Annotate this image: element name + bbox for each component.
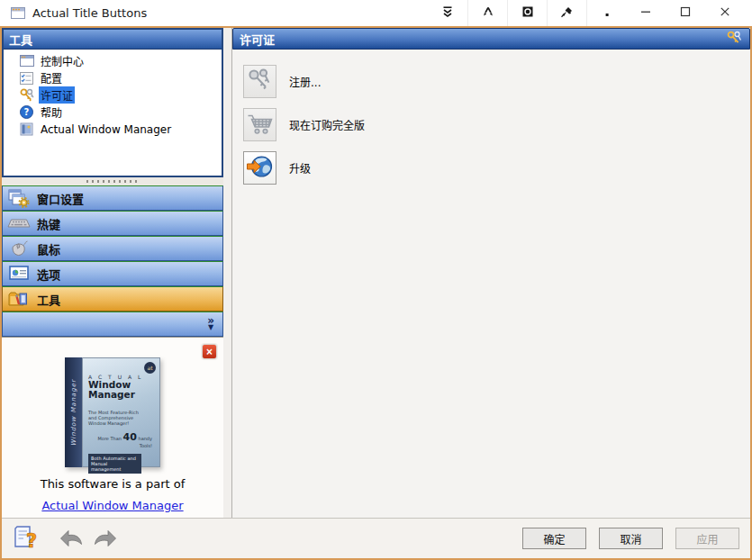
license-content: 注册... 现在订购完全版 升级	[232, 50, 750, 518]
license-item-upgrade: 升级	[243, 151, 750, 185]
keyboard-icon	[7, 216, 31, 230]
keys-icon	[19, 88, 34, 102]
awm-logo-badge: at	[144, 362, 156, 374]
register-button[interactable]	[243, 65, 276, 98]
license-header: 许可证	[232, 28, 750, 50]
box-tagline3: Both Automatic and Manual management	[88, 454, 141, 474]
accordion-mouse[interactable]: 鼠标	[2, 236, 223, 261]
sidebar: 工具 控制中心 配置 许可证 ?	[2, 28, 223, 518]
cart-gray-icon	[246, 111, 275, 140]
window-title: Actual Title Buttons	[32, 6, 147, 20]
tools-icon	[7, 290, 31, 308]
globe-upgrade-icon	[246, 152, 275, 184]
box-tagline1: The Most Feature-Rich and Comprehensive …	[88, 410, 147, 426]
mouse-icon	[7, 239, 31, 257]
license-item-label: 现在订购完全版	[289, 117, 365, 132]
upgrade-button[interactable]	[243, 151, 276, 185]
minimize-alt-button[interactable]	[467, 0, 507, 26]
awm-link[interactable]: Actual Window Manager	[41, 499, 183, 512]
accordion-tools[interactable]: 工具	[2, 286, 223, 312]
tree-item-help[interactable]: ? 帮助	[4, 104, 222, 121]
dialog-buttons: 确定 取消 应用	[522, 528, 739, 549]
keys-icon	[727, 31, 742, 48]
accordion-window-settings[interactable]: 窗口设置	[2, 185, 223, 211]
app-window: Actual Title Buttons	[0, 0, 752, 560]
license-panel: 许可证 注册... 现在订购完全版	[232, 28, 750, 518]
promo-close-button[interactable]: ×	[202, 344, 217, 359]
tools-tree: 控制中心 配置 许可证 ? 帮助	[4, 50, 222, 176]
awm-box-icon	[19, 122, 34, 136]
tree-item-configuration[interactable]: 配置	[4, 69, 222, 86]
license-header-title: 许可证	[240, 31, 275, 48]
titlebar-buttons	[428, 0, 745, 26]
box-tagline2: More Than 40 handy Tools!	[88, 431, 155, 448]
splitter-grip-dots	[86, 180, 139, 183]
accordion-hotkeys[interactable]: 热键	[2, 211, 223, 236]
help-icon: ?	[19, 105, 34, 119]
tree-item-label: 帮助	[39, 104, 64, 121]
roll-up-icon	[441, 5, 454, 21]
minimize-icon	[640, 6, 651, 20]
stay-on-top-button[interactable]	[547, 0, 586, 26]
pin-icon	[560, 5, 574, 21]
notes-help-icon: ?	[11, 525, 40, 553]
min-to-dot-button[interactable]	[586, 0, 626, 26]
box-product-text: Window Manager	[88, 380, 155, 400]
awm-box-image: Window Manager at A C T U A L Window Man…	[65, 357, 160, 467]
promo-panel: × Window Manager at A C T U A L Window M…	[2, 337, 223, 518]
maximize-icon	[680, 6, 691, 20]
footer-bar: ? 确定 取消 应用	[2, 518, 750, 558]
window-icon	[19, 55, 34, 68]
roll-up-button[interactable]	[428, 0, 467, 26]
accordion-more-button[interactable]: » ▼	[2, 312, 223, 337]
promo-caption: This software is a part of	[2, 477, 223, 491]
accordion-label: 工具	[37, 291, 60, 308]
tree-item-awm[interactable]: Actual Window Manager	[4, 121, 222, 138]
titlebar: Actual Title Buttons	[0, 0, 752, 26]
ghost-button[interactable]	[507, 0, 547, 26]
box-spine: Window Manager	[65, 357, 82, 467]
app-icon	[11, 7, 25, 19]
apply-button[interactable]: 应用	[675, 528, 739, 549]
dot-icon	[601, 5, 613, 21]
tools-panel-header: 工具	[4, 30, 222, 50]
ghost-icon	[521, 5, 534, 21]
cancel-button[interactable]: 取消	[599, 528, 663, 549]
tree-item-control-center[interactable]: 控制中心	[4, 52, 222, 69]
spread-arrows-icon	[482, 5, 494, 21]
minimize-button[interactable]	[626, 0, 666, 26]
tree-item-label: 配置	[39, 69, 64, 86]
tree-item-label-selected: 许可证	[39, 86, 75, 104]
window-settings-icon	[7, 189, 31, 208]
panel-divider	[223, 28, 232, 518]
license-item-register: 注册...	[243, 65, 750, 98]
tree-item-label: Actual Window Manager	[39, 122, 173, 137]
license-item-label: 注册...	[289, 74, 321, 89]
svg-text:?: ?	[24, 107, 30, 117]
close-icon	[720, 6, 730, 20]
close-button[interactable]	[705, 0, 745, 26]
accordion-options[interactable]: 选项	[2, 261, 223, 286]
options-icon	[7, 266, 31, 282]
help-notes-button[interactable]: ?	[11, 525, 40, 553]
checklist-icon	[19, 72, 34, 85]
tree-item-license[interactable]: 许可证	[4, 86, 222, 104]
tree-item-label: 控制中心	[39, 52, 86, 69]
svg-text:?: ?	[26, 530, 37, 550]
main-body: 工具 控制中心 配置 许可证 ?	[2, 28, 750, 518]
box-front: at A C T U A L Window Manager The Most F…	[82, 357, 160, 467]
accordion-label: 鼠标	[37, 240, 60, 257]
accordion-label: 窗口设置	[37, 190, 84, 207]
keys-gray-icon	[247, 67, 274, 96]
order-button[interactable]	[243, 108, 276, 141]
undo-button[interactable]	[58, 528, 85, 550]
accordion-label: 选项	[37, 266, 60, 283]
tools-tree-panel: 工具 控制中心 配置 许可证 ?	[2, 28, 223, 177]
maximize-button[interactable]	[666, 0, 705, 26]
redo-button[interactable]	[92, 528, 119, 550]
ok-button[interactable]: 确定	[522, 528, 586, 549]
license-item-label: 升级	[289, 160, 311, 176]
more-chevron-icon: » ▼	[207, 317, 214, 331]
panel-splitter[interactable]	[2, 177, 223, 185]
license-item-order: 现在订购完全版	[243, 108, 750, 141]
